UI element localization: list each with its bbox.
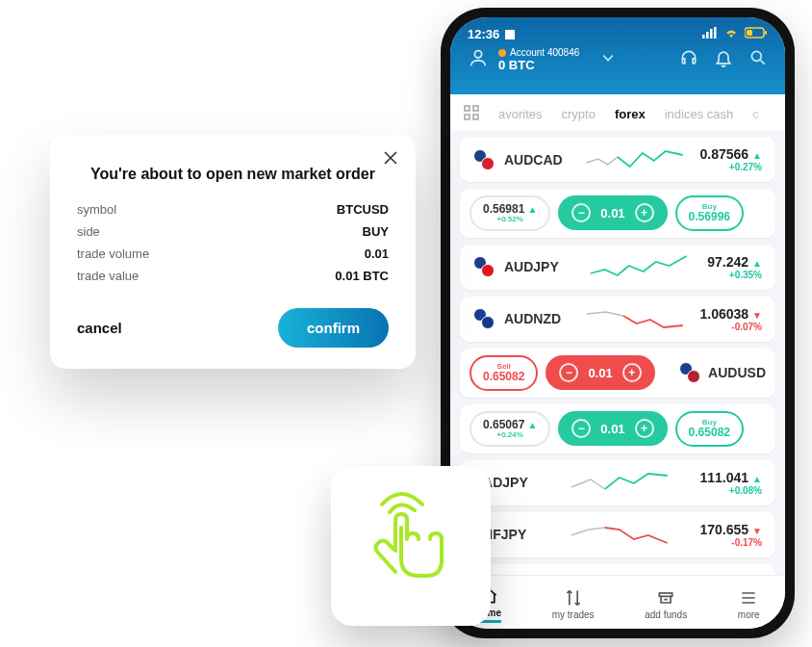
left-price: 0.65067 — [483, 418, 524, 431]
nav-more[interactable]: more — [738, 584, 760, 620]
confirm-order-dialog: You're about to open new market order sy… — [50, 135, 416, 369]
pair-price: 0.87566 — [699, 146, 749, 162]
qty-value: 0.01 — [588, 366, 612, 380]
svg-rect-11 — [465, 115, 469, 119]
svg-point-7 — [474, 51, 481, 58]
pair-price: 170.655 — [699, 522, 749, 537]
status-bar: 12:36 — [468, 27, 768, 41]
pair-symbol: AUDNZD — [504, 311, 570, 326]
up-triangle-icon: ▲ — [752, 258, 762, 269]
buy-price: 0.65082 — [689, 427, 730, 439]
trade-panel-buy-1: 0.56981▲ +0.52% − 0.01 + Buy 0.56996 — [460, 189, 775, 238]
nav-label: more — [738, 609, 760, 620]
pair-flag-icon — [473, 256, 495, 277]
svg-rect-5 — [747, 30, 752, 36]
sell-label: Sell — [497, 363, 511, 371]
dlg-k-vol: trade volume — [77, 246, 149, 261]
tap-gesture-card — [331, 466, 491, 626]
trade-panel-sell-audusd: Sell 0.65082 − 0.01 + AUDUSD — [460, 349, 775, 398]
pair-flag-icon — [473, 149, 495, 170]
pair-row-chfjpy[interactable]: CHFJPY 170.655▼-0.17% — [460, 512, 775, 557]
dlg-v-vol: 0.01 — [365, 246, 389, 261]
dlg-k-side: side — [77, 224, 100, 239]
search-icon[interactable] — [749, 48, 768, 71]
pair-flag-icon — [679, 362, 700, 383]
bottom-nav: home my trades add funds more — [450, 575, 785, 629]
dlg-v-side: BUY — [363, 224, 389, 239]
confirm-button[interactable]: confirm — [278, 308, 389, 348]
qty-stepper[interactable]: − 0.01 + — [558, 411, 667, 446]
down-triangle-icon: ▼ — [752, 526, 762, 536]
tab-crypto[interactable]: crypto — [562, 107, 596, 121]
plus-icon[interactable]: + — [622, 363, 642, 382]
tab-favorites[interactable]: avorites — [498, 107, 543, 121]
svg-rect-0 — [702, 35, 705, 39]
battery-icon — [745, 27, 768, 41]
account-selector[interactable]: Account 400846 0 BTC — [498, 47, 579, 72]
minus-icon[interactable]: − — [559, 363, 578, 382]
category-tabs: avorites crypto forex indices cash c — [450, 94, 785, 131]
minus-icon[interactable]: − — [571, 203, 591, 222]
tab-more[interactable]: c — [752, 107, 759, 121]
headset-icon[interactable] — [679, 48, 698, 71]
pair-price: 97.242 — [707, 254, 749, 270]
pair-row-audjpy[interactable]: AUDJPY 97.242▲+0.35% — [460, 245, 775, 290]
sparkline — [585, 254, 692, 279]
sparkline — [554, 470, 684, 495]
nav-label: add funds — [645, 609, 687, 620]
grid-icon[interactable] — [464, 105, 479, 123]
nav-funds[interactable]: add funds — [645, 584, 687, 620]
sparkline — [554, 522, 684, 547]
account-label: Account 400846 — [510, 47, 579, 58]
pair-price: 111.041 — [699, 470, 749, 485]
cancel-button[interactable]: cancel — [77, 320, 122, 336]
pair-row-audnzd[interactable]: AUDNZD 1.06038▼-0.07% — [460, 297, 775, 342]
pair-flag-icon — [473, 308, 495, 329]
svg-rect-13 — [660, 593, 672, 596]
qty-stepper[interactable]: − 0.01 + — [558, 195, 667, 230]
more-icon — [739, 588, 758, 608]
buy-label: Buy — [702, 203, 717, 211]
trades-icon — [564, 588, 583, 608]
svg-rect-3 — [714, 27, 717, 39]
tap-hand-icon — [363, 491, 459, 601]
pair-row-audcad[interactable]: AUDCAD 0.87566▲+0.27% — [460, 137, 775, 182]
svg-rect-10 — [473, 106, 478, 111]
plus-icon[interactable]: + — [635, 419, 654, 438]
phone-frame: 12:36 — [441, 8, 795, 638]
sparkline — [585, 147, 684, 172]
phone-screen: 12:36 — [450, 17, 785, 629]
pair-price: 1.06038 — [699, 306, 749, 322]
left-change: +0.52% — [496, 216, 522, 223]
nav-trades[interactable]: my trades — [552, 584, 595, 620]
buy-button[interactable]: Buy 0.56996 — [675, 195, 744, 231]
signal-icon — [702, 27, 718, 41]
svg-rect-2 — [710, 29, 713, 39]
svg-rect-12 — [473, 115, 478, 119]
pair-row-chfpln[interactable]: CHFPLN 4.57775▼-0.36% — [460, 564, 775, 575]
user-icon[interactable] — [468, 47, 489, 72]
dlg-v-symbol: BTCUSD — [337, 202, 389, 217]
nav-label: my trades — [552, 609, 595, 620]
tab-indices[interactable]: indices cash — [665, 107, 734, 121]
top-bar: 12:36 — [450, 17, 785, 94]
sparkline — [585, 306, 684, 331]
qty-stepper[interactable]: − 0.01 + — [546, 355, 654, 390]
minus-icon[interactable]: − — [571, 419, 591, 438]
sell-button[interactable]: Sell 0.65082 — [469, 355, 538, 391]
close-icon[interactable] — [383, 150, 398, 169]
svg-rect-9 — [465, 106, 469, 111]
pair-change: -0.17% — [699, 537, 762, 548]
chevron-down-icon[interactable] — [598, 48, 618, 71]
buy-button[interactable]: Buy 0.65082 — [675, 411, 744, 447]
tab-forex[interactable]: forex — [615, 107, 646, 121]
plus-icon[interactable]: + — [635, 203, 654, 222]
buy-price: 0.56996 — [689, 211, 730, 223]
funds-icon — [656, 588, 675, 608]
up-triangle-icon: ▲ — [752, 150, 762, 161]
bell-icon[interactable] — [714, 48, 733, 71]
pair-change: +0.08% — [699, 485, 762, 496]
pair-row-cadjpy[interactable]: CADJPY 111.041▲+0.08% — [460, 460, 775, 505]
sell-price: 0.65082 — [483, 371, 524, 383]
status-square-icon — [505, 30, 515, 39]
